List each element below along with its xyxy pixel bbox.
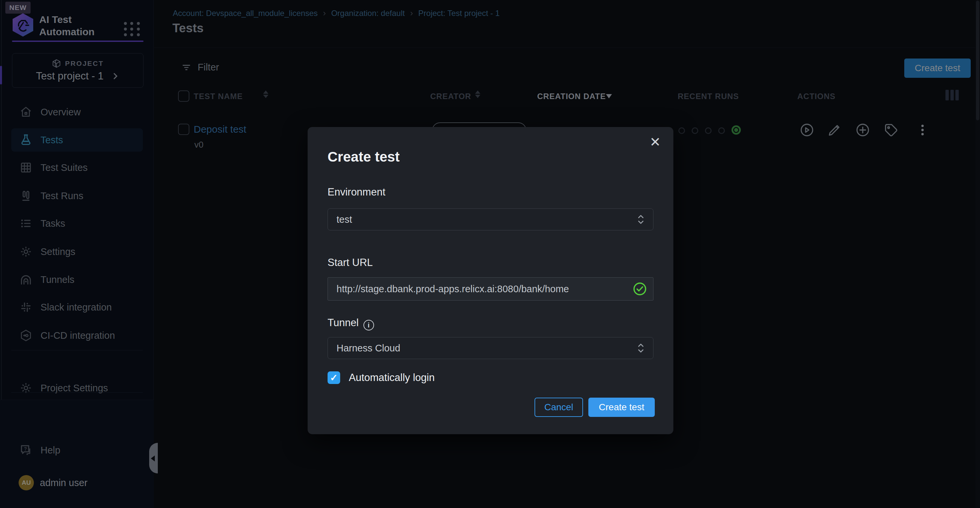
- start-url-label: Start URL: [328, 257, 373, 268]
- cancel-button[interactable]: Cancel: [535, 398, 583, 417]
- close-icon[interactable]: ✕: [649, 134, 661, 150]
- create-test-dialog: ✕ Create test Environment test Start URL…: [308, 127, 673, 434]
- environment-label: Environment: [328, 186, 385, 198]
- environment-select[interactable]: test: [328, 208, 654, 230]
- chevron-up-down-icon: [636, 342, 645, 354]
- app-window: NEW AI Test Automation: [0, 0, 980, 508]
- tunnel-select[interactable]: Harness Cloud: [328, 337, 654, 359]
- chevron-up-down-icon: [636, 214, 645, 225]
- info-icon[interactable]: i: [363, 320, 374, 331]
- auto-login-row: ✓ Automatically login: [328, 371, 434, 384]
- dialog-title: Create test: [328, 149, 399, 165]
- start-url-input[interactable]: http://stage.dbank.prod-apps.relicx.ai:8…: [328, 277, 654, 300]
- tunnel-label: Tunneli: [328, 317, 374, 331]
- auto-login-label: Automatically login: [349, 372, 434, 383]
- auto-login-checkbox[interactable]: ✓: [328, 371, 340, 384]
- create-test-submit-button[interactable]: Create test: [588, 398, 655, 417]
- check-circle-icon: [633, 281, 647, 296]
